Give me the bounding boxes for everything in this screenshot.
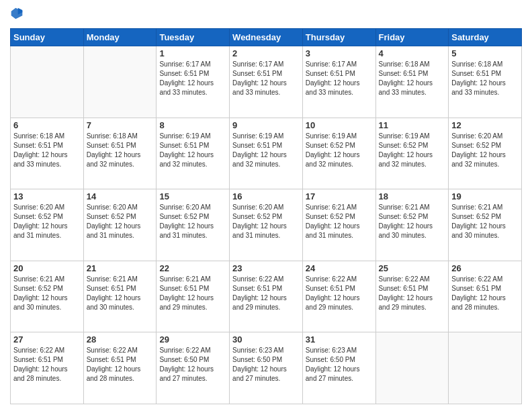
day-info: Sunrise: 6:17 AMSunset: 6:51 PMDaylight:… <box>306 60 373 97</box>
weekday-header-thursday: Thursday <box>302 29 375 46</box>
day-number: 14 <box>87 191 154 201</box>
day-info: Sunrise: 6:23 AMSunset: 6:50 PMDaylight:… <box>232 346 300 383</box>
day-number: 27 <box>13 334 81 345</box>
day-info: Sunrise: 6:22 AMSunset: 6:51 PMDaylight:… <box>306 275 373 312</box>
week-row-5: 27Sunrise: 6:22 AMSunset: 6:51 PMDayligh… <box>11 332 522 404</box>
empty-cell <box>449 332 522 404</box>
day-number: 28 <box>87 334 154 345</box>
day-number: 30 <box>232 334 300 345</box>
weekday-header-sunday: Sunday <box>11 29 84 46</box>
week-row-4: 20Sunrise: 6:21 AMSunset: 6:52 PMDayligh… <box>11 261 522 332</box>
day-cell-12: 12Sunrise: 6:20 AMSunset: 6:52 PMDayligh… <box>449 118 522 189</box>
day-number: 24 <box>306 263 373 273</box>
day-cell-4: 4Sunrise: 6:18 AMSunset: 6:51 PMDaylight… <box>375 46 449 118</box>
day-cell-31: 31Sunrise: 6:23 AMSunset: 6:50 PMDayligh… <box>302 332 375 404</box>
day-info: Sunrise: 6:18 AMSunset: 6:51 PMDaylight:… <box>13 132 81 169</box>
day-info: Sunrise: 6:19 AMSunset: 6:52 PMDaylight:… <box>306 132 373 169</box>
day-cell-18: 18Sunrise: 6:21 AMSunset: 6:52 PMDayligh… <box>375 189 449 261</box>
day-number: 12 <box>451 120 519 130</box>
day-info: Sunrise: 6:22 AMSunset: 6:51 PMDaylight:… <box>87 346 154 383</box>
day-number: 22 <box>159 263 226 273</box>
day-info: Sunrise: 6:22 AMSunset: 6:51 PMDaylight:… <box>451 275 519 312</box>
day-number: 20 <box>13 263 81 273</box>
day-number: 6 <box>13 120 81 130</box>
day-number: 5 <box>451 48 519 58</box>
day-cell-22: 22Sunrise: 6:21 AMSunset: 6:51 PMDayligh… <box>157 261 230 332</box>
day-number: 21 <box>87 263 154 273</box>
day-cell-29: 29Sunrise: 6:22 AMSunset: 6:50 PMDayligh… <box>157 332 230 404</box>
day-info: Sunrise: 6:20 AMSunset: 6:52 PMDaylight:… <box>159 203 226 240</box>
day-info: Sunrise: 6:18 AMSunset: 6:51 PMDaylight:… <box>379 60 446 97</box>
day-cell-6: 6Sunrise: 6:18 AMSunset: 6:51 PMDaylight… <box>11 118 84 189</box>
day-cell-5: 5Sunrise: 6:18 AMSunset: 6:51 PMDaylight… <box>449 46 522 118</box>
weekday-header-monday: Monday <box>83 29 157 46</box>
day-info: Sunrise: 6:20 AMSunset: 6:52 PMDaylight:… <box>451 132 519 169</box>
day-cell-1: 1Sunrise: 6:17 AMSunset: 6:51 PMDaylight… <box>157 46 230 118</box>
day-number: 18 <box>379 191 446 201</box>
week-row-2: 6Sunrise: 6:18 AMSunset: 6:51 PMDaylight… <box>11 118 522 189</box>
weekday-header-row: SundayMondayTuesdayWednesdayThursdayFrid… <box>11 29 522 46</box>
day-cell-24: 24Sunrise: 6:22 AMSunset: 6:51 PMDayligh… <box>302 261 375 332</box>
day-number: 1 <box>159 48 226 58</box>
day-info: Sunrise: 6:19 AMSunset: 6:51 PMDaylight:… <box>232 132 300 169</box>
day-info: Sunrise: 6:23 AMSunset: 6:50 PMDaylight:… <box>306 346 373 383</box>
day-number: 13 <box>13 191 81 201</box>
day-info: Sunrise: 6:21 AMSunset: 6:52 PMDaylight:… <box>306 203 373 240</box>
day-cell-30: 30Sunrise: 6:23 AMSunset: 6:50 PMDayligh… <box>230 332 303 404</box>
week-row-3: 13Sunrise: 6:20 AMSunset: 6:52 PMDayligh… <box>11 189 522 261</box>
day-info: Sunrise: 6:22 AMSunset: 6:51 PMDaylight:… <box>379 275 446 312</box>
day-number: 19 <box>451 191 519 201</box>
day-cell-9: 9Sunrise: 6:19 AMSunset: 6:51 PMDaylight… <box>230 118 303 189</box>
day-info: Sunrise: 6:20 AMSunset: 6:52 PMDaylight:… <box>232 203 300 240</box>
logo-icon <box>10 7 24 20</box>
day-info: Sunrise: 6:17 AMSunset: 6:51 PMDaylight:… <box>232 60 300 97</box>
calendar-table: SundayMondayTuesdayWednesdayThursdayFrid… <box>10 28 522 404</box>
day-number: 10 <box>306 120 373 130</box>
day-cell-28: 28Sunrise: 6:22 AMSunset: 6:51 PMDayligh… <box>83 332 157 404</box>
empty-cell <box>375 332 449 404</box>
day-info: Sunrise: 6:22 AMSunset: 6:50 PMDaylight:… <box>159 346 226 383</box>
weekday-header-saturday: Saturday <box>449 29 522 46</box>
page: SundayMondayTuesdayWednesdayThursdayFrid… <box>0 0 532 411</box>
day-info: Sunrise: 6:22 AMSunset: 6:51 PMDaylight:… <box>232 275 300 312</box>
day-cell-13: 13Sunrise: 6:20 AMSunset: 6:52 PMDayligh… <box>11 189 84 261</box>
weekday-header-tuesday: Tuesday <box>157 29 230 46</box>
day-number: 8 <box>159 120 226 130</box>
day-cell-20: 20Sunrise: 6:21 AMSunset: 6:52 PMDayligh… <box>11 261 84 332</box>
day-info: Sunrise: 6:18 AMSunset: 6:51 PMDaylight:… <box>87 132 154 169</box>
day-number: 16 <box>232 191 300 201</box>
logo <box>10 7 26 23</box>
weekday-header-wednesday: Wednesday <box>230 29 303 46</box>
day-cell-11: 11Sunrise: 6:19 AMSunset: 6:52 PMDayligh… <box>375 118 449 189</box>
day-info: Sunrise: 6:21 AMSunset: 6:52 PMDaylight:… <box>13 275 81 312</box>
day-info: Sunrise: 6:19 AMSunset: 6:51 PMDaylight:… <box>159 132 226 169</box>
day-number: 26 <box>451 263 519 273</box>
day-number: 17 <box>306 191 373 201</box>
day-info: Sunrise: 6:21 AMSunset: 6:51 PMDaylight:… <box>87 275 154 312</box>
day-cell-7: 7Sunrise: 6:18 AMSunset: 6:51 PMDaylight… <box>83 118 157 189</box>
day-cell-19: 19Sunrise: 6:21 AMSunset: 6:52 PMDayligh… <box>449 189 522 261</box>
day-number: 31 <box>306 334 373 345</box>
week-row-1: 1Sunrise: 6:17 AMSunset: 6:51 PMDaylight… <box>11 46 522 118</box>
day-cell-16: 16Sunrise: 6:20 AMSunset: 6:52 PMDayligh… <box>230 189 303 261</box>
day-number: 29 <box>159 334 226 345</box>
day-cell-2: 2Sunrise: 6:17 AMSunset: 6:51 PMDaylight… <box>230 46 303 118</box>
weekday-header-friday: Friday <box>375 29 449 46</box>
empty-cell <box>11 46 84 118</box>
day-number: 25 <box>379 263 446 273</box>
day-number: 11 <box>379 120 446 130</box>
day-number: 3 <box>306 48 373 58</box>
day-cell-10: 10Sunrise: 6:19 AMSunset: 6:52 PMDayligh… <box>302 118 375 189</box>
day-cell-26: 26Sunrise: 6:22 AMSunset: 6:51 PMDayligh… <box>449 261 522 332</box>
day-cell-8: 8Sunrise: 6:19 AMSunset: 6:51 PMDaylight… <box>157 118 230 189</box>
day-number: 4 <box>379 48 446 58</box>
day-cell-25: 25Sunrise: 6:22 AMSunset: 6:51 PMDayligh… <box>375 261 449 332</box>
day-info: Sunrise: 6:20 AMSunset: 6:52 PMDaylight:… <box>13 203 81 240</box>
day-info: Sunrise: 6:21 AMSunset: 6:52 PMDaylight:… <box>379 203 446 240</box>
day-info: Sunrise: 6:18 AMSunset: 6:51 PMDaylight:… <box>451 60 519 97</box>
day-cell-21: 21Sunrise: 6:21 AMSunset: 6:51 PMDayligh… <box>83 261 157 332</box>
day-number: 15 <box>159 191 226 201</box>
empty-cell <box>83 46 157 118</box>
day-number: 23 <box>232 263 300 273</box>
day-cell-15: 15Sunrise: 6:20 AMSunset: 6:52 PMDayligh… <box>157 189 230 261</box>
